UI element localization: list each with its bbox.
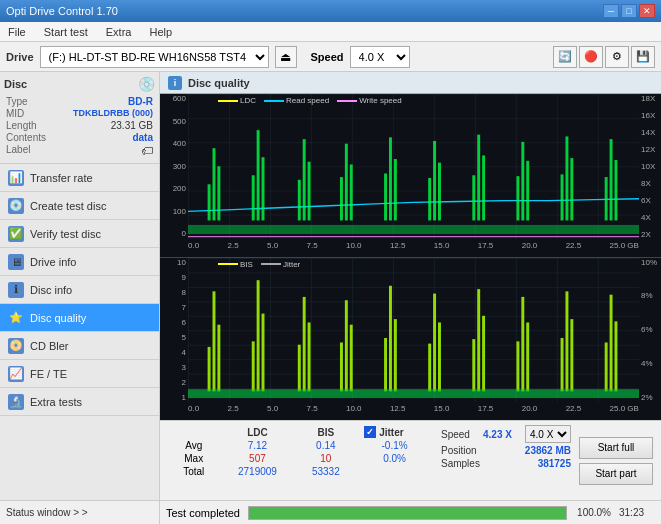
stats-row-avg: Avg 7.12 0.14 -0.1% [168,439,433,452]
svg-rect-44 [340,342,343,391]
svg-rect-27 [565,136,568,220]
svg-rect-63 [610,294,613,391]
drive-action-icons: 🔄 🔴 ⚙ 💾 [553,46,655,68]
avg-label: Avg [168,439,219,452]
samples-label: Samples [441,458,480,469]
chart1-y-axis-right: 18X 16X 14X 12X 10X 8X 6X 4X 2X [639,94,661,239]
svg-rect-8 [298,180,301,221]
verify-test-disc-icon: ✅ [8,226,24,242]
sidebar-item-fe-te[interactable]: 📈 FE / TE [0,360,159,388]
minimize-button[interactable]: ─ [603,4,619,18]
bis-dot [218,263,238,265]
svg-rect-57 [521,296,524,390]
sidebar-label-cd-bler: CD Bler [30,340,69,352]
disc-quality-header-icon: i [168,76,182,90]
chart1-svg [188,94,639,239]
sidebar-item-transfer-rate[interactable]: 📊 Transfer rate [0,164,159,192]
start-part-button[interactable]: Start part [579,463,653,485]
statusbar: Status window > > Test completed 100.0% … [0,500,661,524]
svg-rect-15 [389,137,392,220]
status-time: 31:23 [619,507,655,518]
svg-rect-16 [394,159,397,220]
settings-button[interactable]: ⚙ [605,46,629,68]
max-jitter: 0.0% [356,452,433,465]
jitter-checkbox[interactable] [364,426,376,438]
progress-bar-container [248,506,567,520]
menu-extra[interactable]: Extra [102,25,136,39]
svg-rect-38 [252,341,255,391]
label-label: Label [6,144,30,158]
chart1-y-axis-left: 600 500 400 300 200 100 0 [160,94,188,239]
close-button[interactable]: ✕ [639,4,655,18]
max-bis: 10 [295,452,356,465]
menu-file[interactable]: File [4,25,30,39]
sidebar-label-transfer-rate: Transfer rate [30,172,93,184]
disc-quality-icon: ⭐ [8,310,24,326]
svg-rect-51 [433,293,436,391]
status-window-button[interactable]: Status window > > [0,501,160,524]
svg-rect-23 [516,176,519,220]
svg-rect-13 [350,164,353,220]
svg-rect-2 [208,184,211,220]
sidebar-item-drive-info[interactable]: 🖥 Drive info [0,248,159,276]
col-header-ldc: LDC [219,425,295,439]
total-bis: 53332 [295,465,356,478]
svg-rect-49 [394,319,397,391]
speed-select[interactable]: 4.0 X [350,46,410,68]
sidebar-item-create-test-disc[interactable]: 💿 Create test disc [0,192,159,220]
svg-rect-48 [389,285,392,391]
svg-rect-39 [257,280,260,391]
speed-stat-select[interactable]: 4.0 X [525,425,571,443]
svg-rect-5 [252,175,255,220]
svg-rect-7 [262,157,265,220]
svg-rect-4 [217,166,220,220]
sidebar-item-disc-quality[interactable]: ⭐ Disc quality [0,304,159,332]
mid-value: TDKBLDRBB (000) [73,108,153,119]
eject-button[interactable]: ⏏ [275,46,297,68]
drive-select[interactable]: (F:) HL-DT-ST BD-RE WH16NS58 TST4 [40,46,269,68]
refresh-button[interactable]: 🔄 [553,46,577,68]
write-speed-dot [337,100,357,102]
maximize-button[interactable]: □ [621,4,637,18]
svg-rect-60 [565,291,568,391]
svg-rect-65 [188,389,639,398]
svg-rect-14 [384,173,387,220]
length-label: Length [6,120,37,131]
menu-start-test[interactable]: Start test [40,25,92,39]
svg-rect-10 [308,162,311,221]
menu-help[interactable]: Help [145,25,176,39]
sidebar-item-verify-test-disc[interactable]: ✅ Verify test disc [0,220,159,248]
svg-rect-24 [521,142,524,221]
sidebar-item-extra-tests[interactable]: 🔬 Extra tests [0,388,159,416]
svg-rect-9 [303,139,306,220]
sidebar-item-cd-bler[interactable]: 📀 CD Bler [0,332,159,360]
status-window-label: Status window > > [6,507,88,518]
total-label: Total [168,465,219,478]
svg-rect-31 [614,160,617,221]
speed-position-panel: Speed 4.23 X 4.0 X Position 23862 MB Sam… [441,425,571,496]
col-header-empty [168,425,219,439]
sidebar-menu: 📊 Transfer rate 💿 Create test disc ✅ Ver… [0,164,159,500]
sidebar: Disc 💿 Type BD-R MID TDKBLDRBB (000) Len… [0,72,160,500]
svg-rect-43 [308,322,311,391]
progress-bar-fill [249,507,566,519]
stats-row-total: Total 2719009 53332 [168,465,433,478]
svg-rect-12 [345,144,348,221]
svg-rect-22 [482,155,485,220]
save-button[interactable]: 💾 [631,46,655,68]
col-header-bis: BIS [295,425,356,439]
create-test-disc-icon: 💿 [8,198,24,214]
menubar: File Start test Extra Help [0,22,661,42]
col-header-jitter-check: Jitter [356,425,433,439]
start-full-button[interactable]: Start full [579,437,653,459]
position-value: 23862 MB [525,445,571,456]
svg-rect-47 [384,338,387,391]
drive-info-icon: 🖥 [8,254,24,270]
cd-bler-icon: 📀 [8,338,24,354]
sidebar-item-disc-info[interactable]: ℹ Disc info [0,276,159,304]
disc-quality-header: i Disc quality [160,72,661,94]
svg-rect-19 [438,163,441,221]
mid-label: MID [6,108,24,119]
app-title: Opti Drive Control 1.70 [6,5,118,17]
burn-button[interactable]: 🔴 [579,46,603,68]
